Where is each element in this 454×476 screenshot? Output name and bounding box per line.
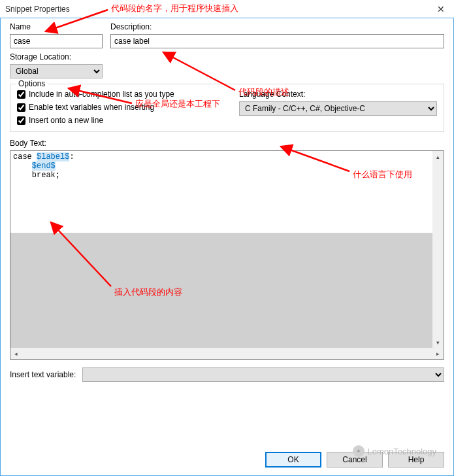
storage-label: Storage Location:: [10, 52, 444, 61]
name-field-group: Name: [10, 22, 103, 48]
language-select[interactable]: C Family - C/C++, C#, Objective-C: [239, 101, 437, 116]
name-input[interactable]: [10, 34, 103, 48]
close-button[interactable]: ✕: [428, 0, 454, 18]
scroll-down-icon[interactable]: ▾: [432, 337, 444, 348]
checkbox-newline[interactable]: Insert onto a new line: [17, 116, 226, 125]
scroll-right-icon[interactable]: ▸: [432, 348, 444, 359]
options-legend: Options: [16, 79, 48, 88]
checkbox-textvars-label: Enable text variables when inserting: [29, 103, 154, 112]
ok-button[interactable]: OK: [265, 452, 321, 468]
checkbox-newline-label: Insert onto a new line: [29, 116, 103, 125]
checkbox-textvars[interactable]: Enable text variables when inserting: [17, 103, 226, 112]
body-text-label: Body Text:: [10, 139, 444, 148]
insert-variable-label: Insert text variable:: [10, 370, 76, 379]
scroll-left-icon[interactable]: ◂: [10, 348, 22, 359]
checkbox-autocomplete-input[interactable]: [17, 90, 25, 99]
body-text-area[interactable]: case $label$: $end$ break; ▴ ▾ ◂ ▸: [10, 150, 444, 360]
horizontal-scrollbar[interactable]: ◂ ▸: [10, 348, 444, 359]
body-text-content[interactable]: case $label$: $end$ break;: [10, 151, 444, 233]
description-label: Description:: [110, 22, 444, 31]
checkbox-textvars-input[interactable]: [17, 103, 25, 112]
checkbox-newline-input[interactable]: [17, 116, 25, 125]
scroll-up-icon[interactable]: ▴: [432, 151, 444, 162]
name-label: Name: [10, 22, 103, 31]
title-bar: Snippet Properties ✕: [0, 0, 454, 18]
checkbox-autocomplete[interactable]: Include in auto-completion list as you t…: [17, 90, 226, 99]
watermark: ✶ LemonTechnology: [353, 445, 436, 457]
dialog-content: Name Description: Storage Location: Glob…: [0, 18, 454, 476]
watermark-text: LemonTechnology: [367, 447, 436, 456]
storage-select[interactable]: Global: [10, 64, 103, 78]
description-field-group: Description:: [110, 22, 444, 48]
language-label: Language Context:: [239, 90, 437, 99]
close-icon: ✕: [437, 4, 445, 14]
options-fieldset: Options Include in auto-completion list …: [10, 84, 444, 132]
body-text-empty: [10, 233, 444, 359]
vertical-scrollbar[interactable]: ▴ ▾: [432, 151, 444, 348]
checkbox-autocomplete-label: Include in auto-completion list as you t…: [29, 90, 174, 99]
description-input[interactable]: [110, 34, 444, 48]
window-title: Snippet Properties: [5, 5, 428, 14]
insert-variable-select[interactable]: [82, 367, 444, 382]
wechat-icon: ✶: [353, 445, 365, 457]
